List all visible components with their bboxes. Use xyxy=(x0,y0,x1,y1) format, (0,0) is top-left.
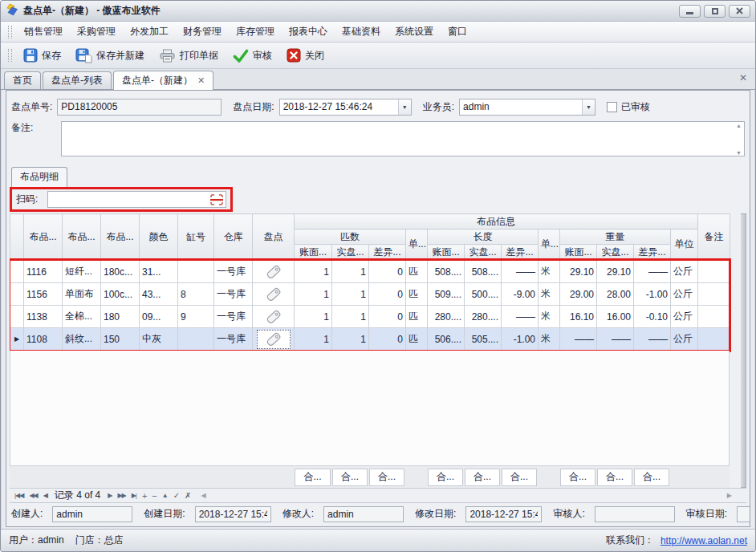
save-button[interactable]: 保存 xyxy=(16,45,68,66)
cell[interactable]: 9 xyxy=(178,306,214,328)
cell[interactable]: 1 xyxy=(295,283,332,306)
col-pieces-book[interactable]: 账面... xyxy=(295,245,332,260)
col-length-unit[interactable]: 单... xyxy=(539,229,560,260)
col-fabric-1[interactable]: 布品... xyxy=(24,214,63,260)
cell[interactable]: -1.00 xyxy=(634,283,671,306)
sum-pieces-book[interactable]: 合... xyxy=(295,469,331,486)
cell[interactable]: 米 xyxy=(539,306,560,328)
cell[interactable]: 单面布 xyxy=(63,283,101,306)
col-dyelot[interactable]: 缸号 xyxy=(178,214,214,260)
scroll-down-icon[interactable]: ▼ xyxy=(736,150,742,156)
menu-inventory[interactable]: 库存管理 xyxy=(230,22,281,41)
col-count[interactable]: 盘点 xyxy=(253,214,295,260)
count-cell-focused[interactable] xyxy=(253,328,295,351)
cell[interactable]: —— xyxy=(634,328,671,351)
table-row-selected[interactable]: ▶ 1108 斜纹... 150 中灰 一号库 1 1 0 匹 xyxy=(10,328,730,351)
scan-input[interactable] xyxy=(47,191,226,208)
nav-next-page-icon[interactable]: ▶▶ xyxy=(116,492,127,499)
tab-home[interactable]: 首页 xyxy=(4,71,41,89)
col-length-book[interactable]: 账面... xyxy=(428,245,465,260)
cell[interactable]: 28.00 xyxy=(597,283,634,306)
col-weight-unit[interactable]: 单位 xyxy=(671,229,698,260)
cell[interactable]: 180c... xyxy=(101,261,140,283)
hscroll-left-icon[interactable]: ◀ xyxy=(201,492,206,499)
cell[interactable] xyxy=(178,261,214,283)
cell[interactable]: 1 xyxy=(332,261,369,283)
cell[interactable]: 506.... xyxy=(428,328,465,351)
menu-sales[interactable]: 销售管理 xyxy=(18,22,69,41)
print-button[interactable]: 打印单据 xyxy=(152,46,226,66)
cell[interactable]: 1 xyxy=(295,261,332,283)
created-date-field[interactable] xyxy=(195,506,271,522)
cell[interactable]: 短纤... xyxy=(63,261,101,283)
nav-commit-icon[interactable]: ✓ xyxy=(172,491,181,500)
table-row[interactable]: 1138 全棉... 180 09... 9 一号库 1 1 0 匹 280..… xyxy=(10,306,730,328)
count-cell[interactable] xyxy=(253,283,295,306)
nav-last-icon[interactable]: ▶| xyxy=(130,492,138,499)
cell[interactable]: 508.... xyxy=(428,261,465,283)
sum-weight-actual[interactable]: 合... xyxy=(597,469,632,486)
cell[interactable]: 29.10 xyxy=(597,261,634,283)
cell[interactable]: 8 xyxy=(178,283,214,306)
cell[interactable]: 匹 xyxy=(406,306,428,328)
col-length-actual[interactable]: 实盘... xyxy=(465,245,502,260)
nav-cancel-icon[interactable]: ✗ xyxy=(183,491,192,500)
cell[interactable] xyxy=(178,328,214,351)
cell[interactable] xyxy=(698,283,730,306)
order-no-field[interactable] xyxy=(57,99,222,116)
cell[interactable]: 150 xyxy=(101,328,140,351)
remark-textarea[interactable] xyxy=(61,121,745,156)
cell[interactable]: 280.... xyxy=(428,306,465,328)
cell[interactable]: 508.... xyxy=(465,261,502,283)
cell[interactable]: 匹 xyxy=(406,283,428,306)
close-form-button[interactable]: 关闭 xyxy=(279,45,331,66)
sum-pieces-actual[interactable]: 合... xyxy=(332,469,368,486)
col-weight-book[interactable]: 账面... xyxy=(560,245,597,260)
cell[interactable]: -9.00 xyxy=(502,283,539,306)
tabstrip-close-icon[interactable]: ✕ xyxy=(739,72,747,83)
col-warehouse[interactable]: 仓库 xyxy=(214,214,253,260)
creator-field[interactable] xyxy=(52,506,132,522)
nav-prev-page-icon[interactable]: ◀◀ xyxy=(27,492,39,499)
tag-icon[interactable] xyxy=(257,285,291,304)
auditor-field[interactable] xyxy=(595,506,675,522)
col-weight-diff[interactable]: 差异... xyxy=(634,245,671,260)
cell[interactable]: 31... xyxy=(140,261,178,283)
col-pieces-actual[interactable]: 实盘... xyxy=(332,245,369,260)
cell[interactable]: 公斤 xyxy=(671,261,698,283)
menu-basic-data[interactable]: 基础资料 xyxy=(335,22,387,41)
audit-button[interactable]: 审核 xyxy=(226,46,279,66)
nav-add-icon[interactable]: + xyxy=(140,491,148,501)
cell[interactable]: —— xyxy=(502,261,539,283)
tag-icon[interactable] xyxy=(257,330,291,349)
cell[interactable]: 1138 xyxy=(24,306,63,328)
date-dropdown-icon[interactable]: ▼ xyxy=(398,99,411,115)
cell[interactable]: 一号库 xyxy=(214,328,253,351)
cell[interactable]: 米 xyxy=(539,283,560,306)
sum-length-actual[interactable]: 合... xyxy=(465,469,500,486)
cell[interactable]: 09... xyxy=(140,306,178,328)
cell[interactable]: 43... xyxy=(140,283,178,306)
table-row[interactable]: 1156 单面布 100c... 43... 8 一号库 1 1 0 匹 509… xyxy=(10,283,730,306)
sum-weight-diff[interactable]: 合... xyxy=(634,469,669,486)
cell[interactable]: 280.... xyxy=(465,306,502,328)
menu-settings[interactable]: 系统设置 xyxy=(388,22,440,41)
sum-length-diff[interactable]: 合... xyxy=(502,469,537,486)
sum-length-book[interactable]: 合... xyxy=(428,469,463,486)
cell[interactable]: 180 xyxy=(101,306,140,328)
cell[interactable] xyxy=(698,328,730,351)
cell[interactable] xyxy=(698,306,730,328)
cell[interactable]: 匹 xyxy=(406,328,428,351)
cell[interactable]: —— xyxy=(634,261,671,283)
cell[interactable]: 500.... xyxy=(465,283,502,306)
cell[interactable]: 1 xyxy=(332,306,369,328)
modified-date-field[interactable] xyxy=(465,506,542,522)
cell[interactable]: 中灰 xyxy=(140,328,178,351)
cell[interactable]: 全棉... xyxy=(63,306,101,328)
cell[interactable]: 匹 xyxy=(406,261,428,283)
minimize-button[interactable] xyxy=(679,5,701,18)
col-fabric-2[interactable]: 布品... xyxy=(63,214,101,260)
cell[interactable]: 1 xyxy=(295,306,332,328)
tab-fabric-detail[interactable]: 布品明细 xyxy=(11,167,67,187)
grid-vertical-scrollbar[interactable] xyxy=(741,213,746,488)
